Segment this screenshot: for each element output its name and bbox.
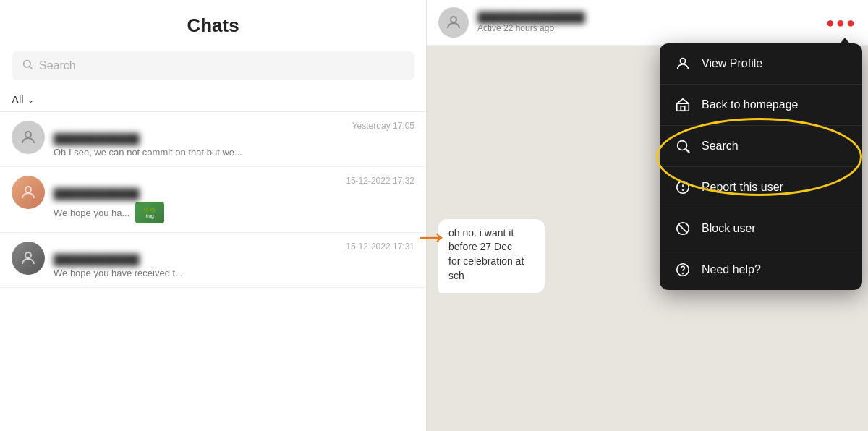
alert-circle-icon <box>674 179 692 196</box>
menu-label-report-user: Report this user <box>702 181 783 194</box>
chat-name: ████████████ <box>54 188 414 200</box>
message-bubble-received: oh no. i want it before 27 Decfor celebr… <box>438 219 545 293</box>
chat-list-panel: Chats Search All ⌄ Yesterday 17:05 <box>0 0 427 431</box>
svg-point-3 <box>25 187 31 192</box>
header-avatar <box>438 7 469 38</box>
chat-item[interactable]: 15-12-2022 17:31 ████████████ We hope yo… <box>0 233 426 288</box>
header-status: Active 22 hours ago <box>477 23 817 33</box>
filter-row[interactable]: All ⌄ <box>0 88 426 112</box>
chat-item[interactable]: Yesterday 17:05 ████████████ Oh I see, w… <box>0 112 426 167</box>
dropdown-arrow <box>839 38 851 45</box>
chat-preview: We hope you ha... <box>54 208 129 218</box>
chat-time: 15-12-2022 17:31 <box>346 242 414 252</box>
menu-item-back-to-homepage[interactable]: Back to homepage <box>660 85 862 126</box>
avatar <box>12 176 45 209</box>
navigation-arrow: → <box>412 217 450 255</box>
svg-point-4 <box>25 252 31 258</box>
dots-icon: ●●● <box>826 14 856 30</box>
menu-item-report-user[interactable]: Report this user <box>660 167 862 208</box>
svg-point-2 <box>25 132 31 137</box>
menu-label-search: Search <box>702 140 739 153</box>
svg-rect-7 <box>677 103 689 111</box>
menu-label-back-to-homepage: Back to homepage <box>702 98 798 111</box>
more-options-button[interactable]: ●●● <box>826 14 856 31</box>
block-icon <box>674 220 692 237</box>
svg-point-13 <box>683 189 684 190</box>
chats-header: Chats <box>0 0 426 44</box>
context-menu: View Profile Back to homepage Search Rep… <box>660 43 862 290</box>
menu-item-view-profile[interactable]: View Profile <box>660 43 862 85</box>
header-info: ███████████████ Active 22 hours ago <box>477 12 817 33</box>
chat-preview-row: We hope you ha... 🌿🌿img <box>54 202 414 223</box>
chat-top: 15-12-2022 17:32 <box>54 176 414 186</box>
preview-thumbnail: 🌿🌿img <box>135 202 164 223</box>
chat-list: Yesterday 17:05 ████████████ Oh I see, w… <box>0 112 426 431</box>
chat-time: Yesterday 17:05 <box>352 121 414 131</box>
arrow-icon: → <box>412 215 450 257</box>
chat-content: 15-12-2022 17:31 ████████████ We hope yo… <box>54 242 414 278</box>
search-icon <box>22 59 33 73</box>
chats-title: Chats <box>17 14 409 37</box>
menu-item-block-user[interactable]: Block user <box>660 208 862 249</box>
chat-content: 15-12-2022 17:32 ████████████ We hope yo… <box>54 176 414 223</box>
svg-point-0 <box>24 61 30 67</box>
svg-point-9 <box>678 141 687 150</box>
chat-name: ████████████ <box>54 133 414 145</box>
chat-content: Yesterday 17:05 ████████████ Oh I see, w… <box>54 121 414 158</box>
avatar <box>12 242 45 275</box>
chat-header: ███████████████ Active 22 hours ago ●●● <box>427 0 868 46</box>
svg-line-10 <box>686 149 689 153</box>
chat-time: 15-12-2022 17:32 <box>346 176 414 186</box>
avatar <box>12 121 45 154</box>
chat-top: 15-12-2022 17:31 <box>54 242 414 252</box>
header-name: ███████████████ <box>477 12 817 23</box>
filter-label: All <box>12 93 24 106</box>
message-wrapper: oh no. i want it before 27 Decfor celebr… <box>438 219 590 293</box>
svg-line-1 <box>30 67 33 69</box>
chat-name: ████████████ <box>54 254 414 265</box>
chat-preview: Oh I see, we can not commit on that but … <box>54 147 414 158</box>
search-icon <box>674 137 692 155</box>
chat-preview: We hope you have received t... <box>54 268 414 278</box>
chat-item[interactable]: 15-12-2022 17:32 ████████████ We hope yo… <box>0 167 426 233</box>
chat-detail-panel: ███████████████ Active 22 hours ago ●●● … <box>427 0 868 431</box>
svg-rect-8 <box>681 106 685 111</box>
person-icon <box>674 55 692 72</box>
shop-icon <box>674 96 692 114</box>
search-placeholder: Search <box>39 59 76 72</box>
svg-point-17 <box>683 273 684 274</box>
chat-top: Yesterday 17:05 <box>54 121 414 131</box>
question-icon <box>674 261 692 278</box>
svg-point-5 <box>451 17 456 22</box>
chevron-down-icon: ⌄ <box>27 94 35 105</box>
menu-item-need-help[interactable]: Need help? <box>660 249 862 290</box>
menu-item-search[interactable]: Search <box>660 126 862 167</box>
svg-point-6 <box>680 59 685 64</box>
menu-label-block-user: Block user <box>702 222 756 235</box>
svg-line-15 <box>678 224 687 233</box>
search-bar[interactable]: Search <box>12 51 414 80</box>
menu-label-need-help: Need help? <box>702 263 761 276</box>
menu-label-view-profile: View Profile <box>702 57 762 70</box>
message-text: oh no. i want it before 27 Decfor celebr… <box>448 227 524 281</box>
